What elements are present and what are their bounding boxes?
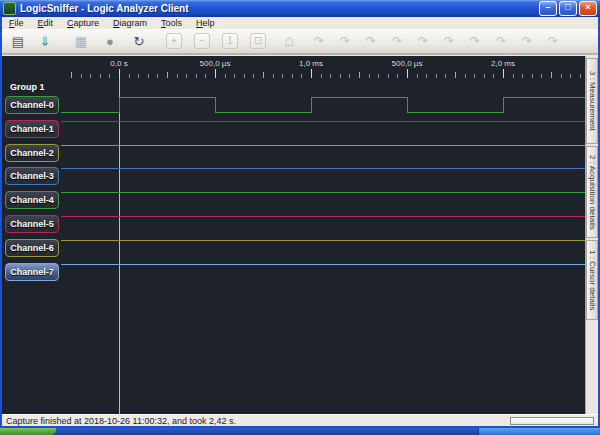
status-message: Capture finished at 2018-10-26 11:00:32,… xyxy=(6,416,236,426)
toolbar-button-zoom-fit[interactable]: ⊡ xyxy=(247,30,269,52)
jump-arrow-icon: ↷ xyxy=(444,35,454,47)
side-tab-1[interactable]: 3 : Measurement xyxy=(586,58,598,144)
toolbar-button-go-to-cursor-6[interactable]: ↷ xyxy=(438,30,460,52)
toolbar-button-zoom-out[interactable]: − xyxy=(191,30,213,52)
channel-label-5[interactable]: Channel-5 xyxy=(5,215,59,233)
jump-arrow-icon: ↷ xyxy=(496,35,506,47)
menu-item-file[interactable]: File xyxy=(2,17,31,29)
trace-channel-2 xyxy=(61,145,585,146)
open-icon: ▤ xyxy=(12,35,24,48)
jump-arrow-icon: ↷ xyxy=(392,35,402,47)
side-tab-3[interactable]: 1 : Cursor details xyxy=(586,240,598,320)
toolbar-button-zoom-original[interactable]: 1 xyxy=(219,30,241,52)
channel-label-6[interactable]: Channel-6 xyxy=(5,239,59,257)
channel-0-waveform xyxy=(2,56,585,414)
record-circle-icon: ● xyxy=(106,35,114,48)
toolbar-button-go-to-cursor-3[interactable]: ↷ xyxy=(360,30,382,52)
channel-label-1[interactable]: Channel-1 xyxy=(5,120,59,138)
toolbar: ▤⇓▦●↻+−1⊡⌂↷↷↷↷↷↷↷↷↷↷ xyxy=(2,29,598,55)
toolbar-button-go-to-cursor-5[interactable]: ↷ xyxy=(412,30,434,52)
toolbar-button-begin-capture[interactable]: ● xyxy=(99,30,121,52)
taskbar xyxy=(0,428,600,435)
toolbar-button-go-to-cursor-9[interactable]: ↷ xyxy=(516,30,538,52)
toolbar-button-device-settings[interactable]: ▦ xyxy=(70,30,92,52)
trace-channel-3 xyxy=(61,168,585,169)
trace-channel-1 xyxy=(61,121,585,122)
trace-channel-6 xyxy=(61,240,585,241)
waveform-panel: 0,0 s500,0 µs1,0 ms500,0 µs2,0 ms Group … xyxy=(2,56,585,414)
maximize-button[interactable]: □ xyxy=(559,1,577,16)
system-tray xyxy=(478,428,600,435)
trace-channel-4 xyxy=(61,192,585,193)
menu-item-help[interactable]: Help xyxy=(189,17,222,29)
zoom-out-icon: − xyxy=(194,33,210,49)
toolbar-button-go-to-cursor-2[interactable]: ↷ xyxy=(334,30,356,52)
jump-arrow-icon: ↷ xyxy=(470,35,480,47)
zoom-fit-icon: ⊡ xyxy=(250,33,266,49)
repeat-arrow-icon: ↻ xyxy=(134,35,145,48)
menu-item-capture[interactable]: Capture xyxy=(60,17,106,29)
channel-label-4[interactable]: Channel-4 xyxy=(5,191,59,209)
start-button[interactable] xyxy=(0,428,56,435)
channel-label-7[interactable]: Channel-7 xyxy=(5,263,59,281)
side-tab-column: 3 : Measurement2 : Acquisition details1 … xyxy=(585,56,598,414)
jump-arrow-icon: ↷ xyxy=(340,35,350,47)
zoom-original-icon: 1 xyxy=(222,33,238,49)
jump-arrow-icon: ↷ xyxy=(366,35,376,47)
menu-item-edit[interactable]: Edit xyxy=(31,17,61,29)
toolbar-button-zoom-in[interactable]: + xyxy=(163,30,185,52)
toolbar-button-go-to-cursor-7[interactable]: ↷ xyxy=(464,30,486,52)
home-icon: ⌂ xyxy=(284,33,294,49)
toolbar-button-go-to-cursor-4[interactable]: ↷ xyxy=(386,30,408,52)
jump-arrow-icon: ↷ xyxy=(418,35,428,47)
toolbar-button-save-project[interactable]: ⇓ xyxy=(34,30,56,52)
progress-bar xyxy=(510,417,594,425)
minimize-button[interactable]: – xyxy=(539,1,557,16)
channel-label-0[interactable]: Channel-0 xyxy=(5,96,59,114)
jump-arrow-icon: ↷ xyxy=(548,35,558,47)
toolbar-button-repeat-capture[interactable]: ↻ xyxy=(128,30,150,52)
toolbar-button-go-to-trigger[interactable]: ⌂ xyxy=(278,30,300,52)
channel-label-3[interactable]: Channel-3 xyxy=(5,167,59,185)
trace-channel-5 xyxy=(61,216,585,217)
jump-arrow-icon: ↷ xyxy=(314,35,324,47)
side-tab-2[interactable]: 2 : Acquisition details xyxy=(586,146,598,238)
title-bar: LogicSniffer - Logic Analyzer Client – □… xyxy=(0,0,600,17)
close-button[interactable]: × xyxy=(579,1,597,16)
zoom-in-icon: + xyxy=(166,33,182,49)
menu-item-diagram[interactable]: Diagram xyxy=(106,17,154,29)
jump-arrow-icon: ↷ xyxy=(522,35,532,47)
toolbar-button-go-to-cursor-8[interactable]: ↷ xyxy=(490,30,512,52)
device-screen-icon: ▦ xyxy=(75,35,87,48)
window-title: LogicSniffer - Logic Analyzer Client xyxy=(20,3,537,14)
channel-label-2[interactable]: Channel-2 xyxy=(5,144,59,162)
window-border-left xyxy=(0,17,2,426)
app-icon xyxy=(3,2,16,15)
toolbar-button-open-project[interactable]: ▤ xyxy=(7,30,29,52)
menu-bar: FileEditCaptureDiagramToolsHelp xyxy=(2,17,598,29)
menu-item-tools[interactable]: Tools xyxy=(154,17,189,29)
save-download-icon: ⇓ xyxy=(40,35,51,48)
trace-channel-7 xyxy=(61,264,585,265)
toolbar-button-go-to-cursor-10[interactable]: ↷ xyxy=(542,30,564,52)
toolbar-button-go-to-cursor-1[interactable]: ↷ xyxy=(308,30,330,52)
